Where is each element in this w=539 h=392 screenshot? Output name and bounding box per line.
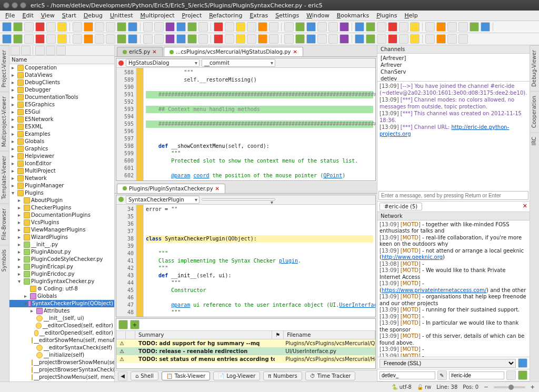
toolbar-button[interactable] bbox=[258, 22, 267, 32]
toolbar-button[interactable] bbox=[95, 22, 104, 32]
menu-window[interactable]: Window bbox=[303, 11, 332, 20]
breadcrumb-class-dropdown[interactable]: SyntaxCheckerPlugin bbox=[126, 196, 199, 204]
toolbar-button[interactable] bbox=[143, 22, 153, 32]
code-editor[interactable]: error = "" class SyntaxCheckerPlugin(QOb… bbox=[144, 205, 375, 317]
tree-item[interactable]: ▸Cooperation bbox=[9, 64, 114, 72]
tree-item[interactable]: ▸VcsPlugins bbox=[9, 219, 114, 226]
toolbar-button[interactable] bbox=[388, 22, 397, 32]
tree-item[interactable]: ▸Graphics bbox=[9, 145, 114, 153]
toolbar-button[interactable] bbox=[214, 34, 223, 44]
toolbar-button[interactable] bbox=[225, 22, 234, 32]
tree-item[interactable]: ▸E5XML bbox=[9, 123, 114, 130]
channel-user[interactable]: detlev bbox=[381, 75, 526, 81]
toolbar-button[interactable] bbox=[128, 22, 137, 32]
tree-item[interactable]: ▸Globals bbox=[9, 293, 114, 300]
tree-item[interactable]: __projectBrowserShowMenu(self, menuN bbox=[9, 359, 114, 366]
tree-item[interactable]: ▸CheckerPlugins bbox=[9, 204, 114, 212]
toolbar-button[interactable] bbox=[410, 34, 420, 44]
menu-multiproject[interactable]: Multiproject bbox=[137, 11, 177, 20]
nick-input[interactable] bbox=[380, 371, 435, 379]
toolbar-button[interactable] bbox=[154, 34, 164, 44]
tree-item[interactable]: __initialize(self) bbox=[9, 351, 114, 359]
irc-close-tab-icon[interactable]: ✕ bbox=[523, 203, 527, 210]
channel-user[interactable]: Arfrever bbox=[381, 62, 526, 68]
toolbar-button[interactable] bbox=[328, 22, 338, 32]
fold-margin[interactable] bbox=[136, 205, 144, 317]
tree-item[interactable]: ▸E5Graphics bbox=[9, 101, 114, 108]
tree-item[interactable]: ▸E5Network bbox=[9, 116, 114, 123]
toolbar-button[interactable] bbox=[247, 34, 256, 44]
toolbar-button[interactable] bbox=[176, 22, 186, 32]
toolbar-button[interactable] bbox=[106, 22, 115, 32]
menu-refactoring[interactable]: Refactoring bbox=[206, 11, 245, 20]
toolbar-button[interactable] bbox=[295, 22, 305, 32]
toolbar-button[interactable] bbox=[2, 22, 12, 32]
menu-edit[interactable]: Edit bbox=[19, 11, 36, 20]
toolbar-button[interactable] bbox=[35, 34, 45, 44]
tree-item[interactable]: ▸Examples bbox=[9, 130, 114, 138]
toolbar-button[interactable] bbox=[106, 34, 115, 44]
task-add-icon[interactable]: + bbox=[130, 320, 139, 329]
toolbar-button[interactable] bbox=[306, 34, 316, 44]
tree-item[interactable]: __editorSyntaxCheck(self) bbox=[9, 344, 114, 351]
away-icon[interactable] bbox=[506, 370, 516, 380]
tree-item[interactable]: __projectBrowserSyntaxCheck(self) bbox=[9, 366, 114, 374]
code-editor[interactable]: """ self.__restoreMissing() ############… bbox=[144, 68, 375, 180]
toolbar-button[interactable] bbox=[470, 22, 479, 32]
tree-item[interactable]: __editorOpened(self, editor) bbox=[9, 329, 114, 337]
toolbar-button[interactable] bbox=[13, 22, 23, 32]
toolbar-button[interactable] bbox=[236, 22, 245, 32]
side-tab-project-viewer[interactable]: Project-Viewer bbox=[0, 45, 9, 92]
toolbar-button[interactable] bbox=[328, 34, 338, 44]
toolbar-button[interactable] bbox=[458, 22, 468, 32]
tree-item[interactable]: ▸Globals bbox=[9, 138, 114, 145]
tree-item[interactable]: ▸Debugger bbox=[9, 86, 114, 94]
toolbar-button[interactable] bbox=[425, 22, 435, 32]
tree-item[interactable]: ▸PluginEricdoc.py bbox=[9, 270, 114, 278]
menu-start[interactable]: Start bbox=[59, 11, 79, 20]
tree-item[interactable]: ▸Helpviewer bbox=[9, 153, 114, 160]
tree-item[interactable]: ⚙ Coding: utf-8 bbox=[9, 285, 114, 293]
channel-user[interactable]: [Arfrever] bbox=[381, 55, 526, 62]
tree-item[interactable]: ▸DocumentationTools bbox=[9, 94, 114, 101]
toolbar-button[interactable] bbox=[436, 34, 446, 44]
tree-item[interactable]: ▸DataViews bbox=[9, 72, 114, 79]
side-tab-debug-viewer[interactable]: Debug-Viewer bbox=[530, 45, 539, 91]
toolbar-button[interactable] bbox=[388, 34, 397, 44]
toolbar-button[interactable] bbox=[24, 34, 34, 44]
side-tab-symbols[interactable]: Symbols bbox=[0, 245, 9, 276]
nick-edit-icon[interactable]: ✎ bbox=[437, 370, 447, 380]
menu-plugins[interactable]: Plugins bbox=[373, 11, 400, 20]
menu-settings[interactable]: Settings bbox=[272, 11, 302, 20]
toolbar-button[interactable] bbox=[117, 22, 126, 32]
toolbar-button[interactable] bbox=[117, 34, 126, 44]
tab-close-icon[interactable]: ✕ bbox=[152, 49, 156, 55]
toolbar-button[interactable] bbox=[284, 22, 294, 32]
toolbar-button[interactable] bbox=[84, 22, 93, 32]
tree-item[interactable]: ▸AboutPlugin bbox=[9, 197, 114, 204]
toolbar-button[interactable] bbox=[399, 22, 408, 32]
tree-item[interactable]: ▸PluginManager bbox=[9, 182, 114, 189]
channel-user-list[interactable]: [Arfrever]ArfreverChanServdetlev bbox=[377, 54, 530, 81]
pv-icon-3[interactable] bbox=[35, 46, 45, 55]
breadcrumb-class-dropdown[interactable]: HgStatusDialog bbox=[126, 59, 199, 67]
server-select[interactable]: Freenode (SSL) bbox=[380, 359, 516, 368]
tree-item[interactable]: ▸MultiProject bbox=[9, 167, 114, 175]
bottom-tab-time-tracker[interactable]: ⏱Time Tracker bbox=[305, 371, 356, 380]
toolbar-button[interactable] bbox=[481, 22, 490, 32]
tab-close-icon[interactable]: ✕ bbox=[215, 186, 219, 192]
toolbar-button[interactable] bbox=[214, 22, 223, 32]
tree-item[interactable]: ▾SyntaxCheckerPlugin(QObject) bbox=[9, 300, 114, 307]
channel-user[interactable]: ChanServ bbox=[381, 68, 526, 75]
editor-tab[interactable]: eric5.py✕ bbox=[117, 47, 163, 56]
toolbar-button[interactable] bbox=[366, 34, 375, 44]
toolbar-button[interactable] bbox=[269, 22, 278, 32]
zoom-in-icon[interactable]: + bbox=[531, 384, 535, 390]
editor-tab[interactable]: Plugins/PluginSyntaxChecker.py✕ bbox=[117, 184, 225, 193]
toolbar-button[interactable] bbox=[24, 22, 34, 32]
irc-message-input[interactable] bbox=[378, 191, 528, 200]
toolbar-button[interactable] bbox=[35, 22, 45, 32]
toolbar-button[interactable] bbox=[447, 22, 457, 32]
window-min-icon[interactable] bbox=[12, 2, 18, 8]
toolbar-button[interactable] bbox=[399, 34, 408, 44]
